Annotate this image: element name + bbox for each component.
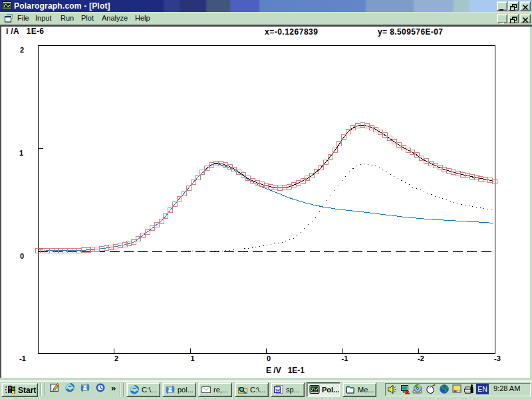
svg-text:-3: -3	[494, 354, 501, 362]
svg-text:EN: EN	[477, 385, 487, 393]
svg-text:0: 0	[20, 252, 24, 260]
svg-text:W: W	[275, 388, 280, 393]
svg-text:-2: -2	[418, 354, 424, 362]
svg-text:-1: -1	[342, 354, 348, 362]
svg-text:1: 1	[190, 354, 194, 362]
svg-text:2: 2	[114, 354, 118, 362]
svg-text:1: 1	[19, 149, 23, 157]
svg-text:0: 0	[267, 354, 271, 362]
svg-text:2: 2	[20, 46, 24, 54]
svg-text:-1: -1	[19, 354, 26, 362]
